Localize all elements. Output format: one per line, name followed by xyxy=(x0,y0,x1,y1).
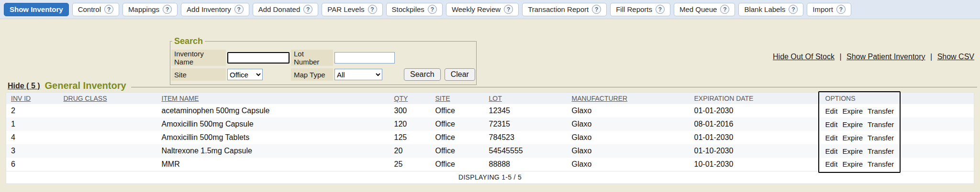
cell-expiration-date: 01-10-2030 xyxy=(690,144,821,158)
help-icon[interactable]: ? xyxy=(656,5,665,14)
search-button[interactable]: Search xyxy=(404,68,441,81)
tab-label: Add Inventory xyxy=(187,5,231,13)
hide-count-link[interactable]: Hide ( 5 ) xyxy=(8,82,40,90)
cell-lot: 88888 xyxy=(484,158,567,171)
help-icon[interactable]: ? xyxy=(592,5,601,14)
cell-item-name: Amoxicillin 500mg Tablets xyxy=(157,131,390,144)
transfer-link[interactable]: Transfer xyxy=(868,120,894,128)
tab-label: Blank Labels xyxy=(744,5,785,13)
inventory-name-input[interactable] xyxy=(227,52,290,64)
tab-weekly-review[interactable]: Weekly Review ? xyxy=(446,3,519,16)
cell-lot: 784523 xyxy=(484,131,567,144)
cell-options: Edit Expire Transfer xyxy=(821,131,974,144)
site-select[interactable]: Office xyxy=(227,69,263,80)
cell-site: Office xyxy=(431,104,484,117)
column-header-drug-class[interactable]: DRUG CLASS xyxy=(59,93,157,105)
help-icon[interactable]: ? xyxy=(789,5,798,14)
tab-import[interactable]: Import ? xyxy=(807,3,851,16)
expire-link[interactable]: Expire xyxy=(843,160,863,168)
cell-options: Edit Expire Transfer xyxy=(821,104,974,117)
cell-item-name: MMR xyxy=(157,158,390,171)
help-icon[interactable]: ? xyxy=(720,5,729,14)
cell-expiration-date: 08-01-2016 xyxy=(690,117,821,131)
cell-site: Office xyxy=(431,158,484,171)
show-patient-inventory-link[interactable]: Show Patient Inventory xyxy=(846,53,925,61)
expire-link[interactable]: Expire xyxy=(843,134,863,142)
cell-drug-class xyxy=(59,131,157,144)
cell-manufacturer: Glaxo xyxy=(567,158,690,171)
cell-drug-class xyxy=(59,117,157,131)
hide-out-of-stock-link[interactable]: Hide Out Of Stock xyxy=(773,53,835,61)
edit-link[interactable]: Edit xyxy=(825,147,838,155)
cell-inv-id: 2 xyxy=(6,104,59,117)
tab-blank-labels[interactable]: Blank Labels ? xyxy=(738,3,803,16)
edit-link[interactable]: Edit xyxy=(825,107,838,115)
tab-label: Add Donated xyxy=(258,5,301,13)
table-row: 1 Amoxicillin 500mg Capsule 120 Office 7… xyxy=(6,117,974,131)
tab-control[interactable]: Control ? xyxy=(72,3,119,16)
tab-med-queue[interactable]: Med Queue ? xyxy=(674,3,735,16)
column-header-site[interactable]: SITE xyxy=(431,93,484,105)
expire-link[interactable]: Expire xyxy=(843,107,863,115)
table-footer-row: DISPLAYING 1-5 / 5 xyxy=(6,171,974,183)
edit-link[interactable]: Edit xyxy=(825,160,838,168)
tab-par-levels[interactable]: PAR Levels ? xyxy=(322,3,382,16)
expire-link[interactable]: Expire xyxy=(843,120,863,128)
column-header-label: SITE xyxy=(435,95,450,102)
tab-label: Stockpiles xyxy=(392,5,424,13)
column-header-lot[interactable]: LOT xyxy=(484,93,567,105)
column-header-inv-id[interactable]: INV ID xyxy=(6,93,59,105)
tab-transaction-report[interactable]: Transaction Report ? xyxy=(522,3,607,16)
help-icon[interactable]: ? xyxy=(303,5,312,14)
expire-link[interactable]: Expire xyxy=(843,147,863,155)
column-header-label: DRUG CLASS xyxy=(64,95,107,102)
cell-qty: 300 xyxy=(390,104,431,117)
tab-show-inventory[interactable]: Show Inventory xyxy=(4,3,69,16)
help-icon[interactable]: ? xyxy=(368,5,377,14)
column-header-label: INV ID xyxy=(11,95,31,102)
cell-qty: 125 xyxy=(390,131,431,144)
lot-number-input[interactable] xyxy=(334,52,395,64)
help-icon[interactable]: ? xyxy=(836,5,846,14)
edit-link[interactable]: Edit xyxy=(825,120,838,128)
cell-expiration-date: 10-01-2030 xyxy=(690,158,821,171)
header-rule xyxy=(131,87,977,87)
transfer-link[interactable]: Transfer xyxy=(868,160,894,168)
cell-item-name: Naltrexone 1.5mg Capsule xyxy=(157,144,390,158)
transfer-link[interactable]: Transfer xyxy=(868,107,894,115)
transfer-link[interactable]: Transfer xyxy=(868,147,894,155)
help-icon[interactable]: ? xyxy=(163,5,172,14)
help-icon[interactable]: ? xyxy=(428,5,437,14)
tab-add-inventory[interactable]: Add Inventory ? xyxy=(181,3,249,16)
help-icon[interactable]: ? xyxy=(234,5,244,14)
cell-lot: 54545555 xyxy=(484,144,567,158)
cell-options: Edit Expire Transfer xyxy=(821,117,974,131)
cell-manufacturer: Glaxo xyxy=(567,104,690,117)
search-panel: Search Inventory Name Lot Number Site Of… xyxy=(170,36,477,85)
tab-add-donated[interactable]: Add Donated ? xyxy=(253,3,319,16)
tab-stockpiles[interactable]: Stockpiles ? xyxy=(386,3,443,16)
help-icon[interactable]: ? xyxy=(504,5,513,14)
tab-fill-reports[interactable]: Fill Reports ? xyxy=(610,3,670,16)
top-navbar: Show Inventory Control ? Mappings ? Add … xyxy=(0,0,980,19)
inventory-name-label: Inventory Name xyxy=(171,50,226,66)
edit-link[interactable]: Edit xyxy=(825,134,838,142)
link-separator: | xyxy=(930,53,932,61)
cell-options: Edit Expire Transfer xyxy=(821,158,974,171)
tab-label: Weekly Review xyxy=(452,5,501,13)
tab-label: Fill Reports xyxy=(616,5,652,13)
column-header-item-name[interactable]: ITEM NAME xyxy=(157,93,390,105)
clear-button[interactable]: Clear xyxy=(445,68,475,81)
map-type-select[interactable]: All xyxy=(334,69,382,80)
column-header-manufacturer[interactable]: MANUFACTURER xyxy=(567,93,690,105)
tab-mappings[interactable]: Mappings ? xyxy=(122,3,178,16)
site-label: Site xyxy=(171,68,226,81)
cell-item-name: acetaminophen 500mg Capsule xyxy=(157,104,390,117)
show-csv-link[interactable]: Show CSV xyxy=(937,53,974,61)
inventory-section-header: Hide ( 5 ) General Inventory xyxy=(8,80,977,91)
pagination-status: DISPLAYING 1-5 / 5 xyxy=(6,171,974,183)
transfer-link[interactable]: Transfer xyxy=(868,134,894,142)
table-row: 3 Naltrexone 1.5mg Capsule 20 Office 545… xyxy=(6,144,974,158)
help-icon[interactable]: ? xyxy=(104,5,113,14)
column-header-qty[interactable]: QTY xyxy=(390,93,431,105)
